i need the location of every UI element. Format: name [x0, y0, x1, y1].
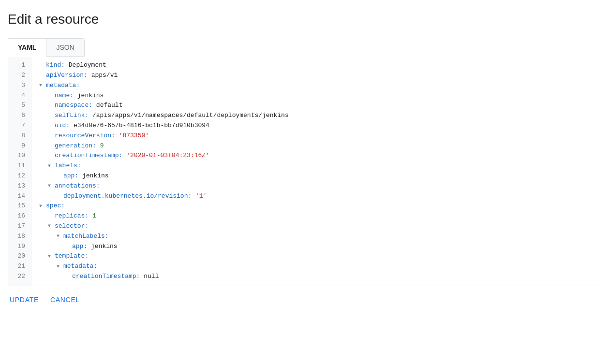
code-line: ▼selector:	[39, 221, 593, 232]
code-line: ▼matchLabels:	[39, 232, 593, 242]
tabs-container: YAML JSON	[8, 38, 601, 57]
line-number: 14	[12, 191, 25, 202]
code-token: Deployment	[69, 60, 106, 71]
code-line: app: jenkins	[39, 242, 593, 252]
code-token: selector:	[55, 221, 89, 232]
code-token: generation:	[55, 141, 100, 151]
line-number: 16	[12, 211, 25, 221]
code-line: generation: 9	[39, 141, 593, 151]
tab-yaml[interactable]: YAML	[8, 38, 46, 57]
code-token: 1	[92, 211, 96, 221]
code-line: ▼metadata:	[39, 262, 593, 272]
code-token: '2020-01-03T04:23:16Z'	[126, 151, 209, 161]
line-number: 8	[12, 131, 25, 141]
code-token: spec:	[46, 201, 65, 211]
fold-arrow-icon[interactable]: ▼	[48, 182, 55, 190]
code-token: namespace:	[55, 101, 96, 111]
line-number: 22	[12, 272, 25, 282]
line-number: 17	[12, 221, 25, 232]
tab-json[interactable]: JSON	[46, 38, 84, 57]
code-line: creationTimestamp: null	[39, 272, 593, 282]
code-token: jenkins	[82, 171, 109, 181]
code-token: apiVersion:	[46, 71, 91, 81]
line-number: 11	[12, 161, 25, 171]
code-token: selfLink:	[55, 111, 92, 121]
code-line: ▼labels:	[39, 161, 593, 171]
code-token: kind:	[46, 60, 69, 71]
fold-arrow-icon[interactable]: ▼	[48, 162, 55, 170]
line-number: 20	[12, 251, 25, 262]
line-number: 15	[12, 201, 25, 211]
line-number: 3	[12, 81, 25, 91]
line-number: 7	[12, 121, 25, 131]
page-title: Edit a resource	[8, 10, 601, 29]
line-number: 13	[12, 181, 25, 191]
code-token: name:	[55, 91, 77, 101]
line-number: 5	[12, 101, 25, 111]
cancel-button[interactable]: Cancel	[50, 296, 80, 304]
code-token: app:	[63, 171, 82, 181]
code-content[interactable]: kind: DeploymentapiVersion: apps/v1▼meta…	[31, 57, 601, 286]
code-token: 9	[100, 141, 104, 151]
line-number: 12	[12, 171, 25, 181]
line-number: 4	[12, 91, 25, 101]
code-line: selfLink: /apis/apps/v1/namespaces/defau…	[39, 111, 593, 121]
code-token: annotations:	[55, 181, 100, 191]
update-button[interactable]: Update	[10, 296, 39, 304]
fold-arrow-icon[interactable]: ▼	[39, 82, 46, 89]
code-line: ▼annotations:	[39, 181, 593, 191]
code-token: app:	[72, 242, 91, 252]
line-number: 1	[12, 60, 25, 71]
line-number: 9	[12, 141, 25, 151]
code-line: ▼metadata:	[39, 81, 593, 91]
code-line: app: jenkins	[39, 171, 593, 181]
code-token: default	[96, 101, 123, 111]
fold-arrow-icon[interactable]: ▼	[57, 233, 63, 240]
fold-arrow-icon[interactable]: ▼	[57, 263, 63, 271]
code-token: e34d0e76-657b-4816-bc1b-bb7d910b3094	[74, 121, 209, 131]
code-line: name: jenkins	[39, 91, 593, 101]
code-token: deployment.kubernetes.io/revision:	[63, 191, 195, 202]
line-number: 21	[12, 262, 25, 272]
code-line: namespace: default	[39, 101, 593, 111]
code-line: creationTimestamp: '2020-01-03T04:23:16Z…	[39, 151, 593, 161]
code-token: labels:	[55, 161, 81, 171]
line-number: 10	[12, 151, 25, 161]
line-number: 2	[12, 71, 25, 81]
code-token: matchLabels:	[63, 232, 109, 242]
code-token: metadata:	[63, 262, 97, 272]
code-token: resourceVersion:	[55, 131, 119, 141]
code-line: apiVersion: apps/v1	[39, 71, 593, 81]
code-line: deployment.kubernetes.io/revision: '1'	[39, 191, 593, 202]
code-line: uid: e34d0e76-657b-4816-bc1b-bb7d910b309…	[39, 121, 593, 131]
fold-arrow-icon[interactable]: ▼	[48, 222, 55, 230]
code-token: uid:	[55, 121, 74, 131]
code-line: kind: Deployment	[39, 60, 593, 71]
code-token: creationTimestamp:	[55, 151, 126, 161]
fold-arrow-icon[interactable]: ▼	[39, 203, 46, 210]
code-token: template:	[55, 251, 89, 262]
code-token: replicas:	[55, 211, 92, 221]
code-token: /apis/apps/v1/namespaces/default/deploym…	[92, 111, 289, 121]
actions-bar: Update Cancel	[8, 296, 601, 304]
code-editor[interactable]: 12345678910111213141516171819202122 kind…	[8, 57, 601, 286]
line-number: 18	[12, 232, 25, 242]
line-numbers: 12345678910111213141516171819202122	[8, 57, 31, 286]
code-token: jenkins	[91, 242, 118, 252]
code-token: '1'	[195, 191, 207, 202]
code-token: apps/v1	[91, 71, 118, 81]
code-token: jenkins	[77, 91, 104, 101]
code-editor-wrapper: 12345678910111213141516171819202122 kind…	[8, 57, 601, 286]
fold-arrow-icon[interactable]: ▼	[48, 253, 55, 261]
code-line: resourceVersion: '873350'	[39, 131, 593, 141]
line-number: 6	[12, 111, 25, 121]
code-token: creationTimestamp:	[72, 272, 144, 282]
code-token: metadata:	[46, 81, 80, 91]
code-token: '873350'	[119, 131, 149, 141]
line-number: 19	[12, 242, 25, 252]
code-line: replicas: 1	[39, 211, 593, 221]
code-line: ▼template:	[39, 251, 593, 262]
code-line: ▼spec:	[39, 201, 593, 211]
code-token: null	[144, 272, 159, 282]
